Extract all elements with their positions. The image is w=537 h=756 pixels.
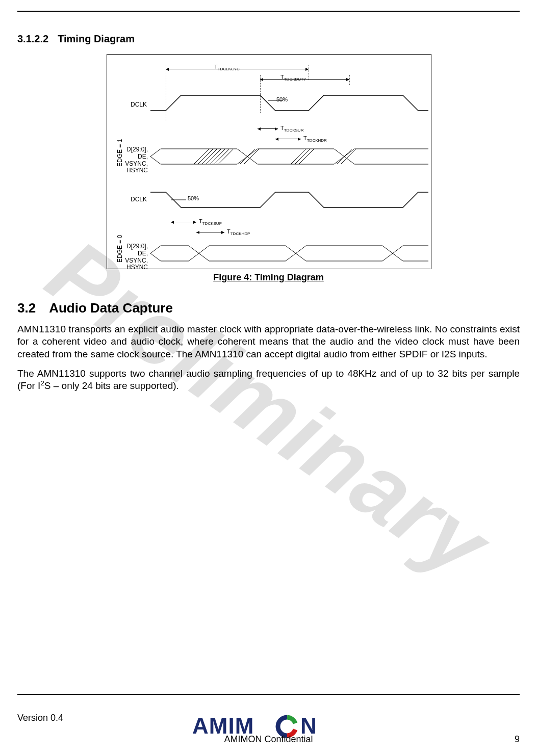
label-tdckhdp: TTDCKHDP — [227, 228, 250, 236]
svg-line-10 — [337, 149, 352, 164]
figure-caption: Figure 4: Timing Diagram — [107, 272, 430, 283]
heading-3-2: 3.2Audio Data Capture — [17, 300, 520, 316]
paragraph-2: The AMN11310 supports two channel audio … — [17, 368, 520, 393]
svg-line-8 — [214, 149, 229, 164]
svg-line-13 — [295, 149, 310, 164]
svg-line-1 — [240, 149, 255, 164]
svg-line-4 — [198, 149, 213, 164]
heading-title: Timing Diagram — [58, 33, 135, 44]
svg-line-6 — [206, 149, 221, 164]
timing-waveforms — [107, 55, 431, 269]
header-rule — [17, 11, 520, 12]
label-tdcksur: TTDCKSUR — [280, 125, 303, 133]
footer-confidential: AMIMON Confidential — [17, 734, 520, 745]
svg-line-5 — [202, 149, 217, 164]
svg-line-9 — [218, 149, 234, 164]
timing-diagram-figure: TTDCLKCYC TTDCKDUTY EDGE = 1 DCLK — [107, 54, 431, 269]
heading-3-1-2-2: 3.1.2.2Timing Diagram — [17, 33, 520, 45]
label-50pct-1: 50% — [276, 96, 288, 102]
heading-title: Audio Data Capture — [49, 300, 173, 316]
svg-line-7 — [210, 149, 225, 164]
paragraph-1: AMN11310 transports an explicit audio ma… — [17, 323, 520, 360]
svg-line-3 — [194, 149, 209, 164]
heading-number: 3.2 — [17, 300, 36, 316]
svg-line-14 — [299, 149, 314, 164]
footer-page-number: 9 — [515, 734, 520, 745]
label-tdcksup: TTDCKSUP — [199, 218, 222, 226]
svg-line-2 — [244, 149, 259, 164]
label-data-1: D[29:0], DE, VSYNC, HSYNC — [118, 146, 148, 174]
footer-rule — [17, 694, 520, 695]
label-50pct-0: 50% — [188, 195, 199, 201]
footer-version: Version 0.4 — [17, 713, 63, 723]
label-tdckhdr: TTDCKHDR — [303, 135, 327, 143]
svg-line-12 — [291, 149, 306, 164]
svg-line-11 — [341, 149, 356, 164]
label-dclk-0: DCLK — [122, 196, 147, 203]
heading-number: 3.1.2.2 — [17, 33, 48, 44]
label-data-0: D[29:0], DE, VSYNC, HSYNC — [118, 243, 148, 271]
